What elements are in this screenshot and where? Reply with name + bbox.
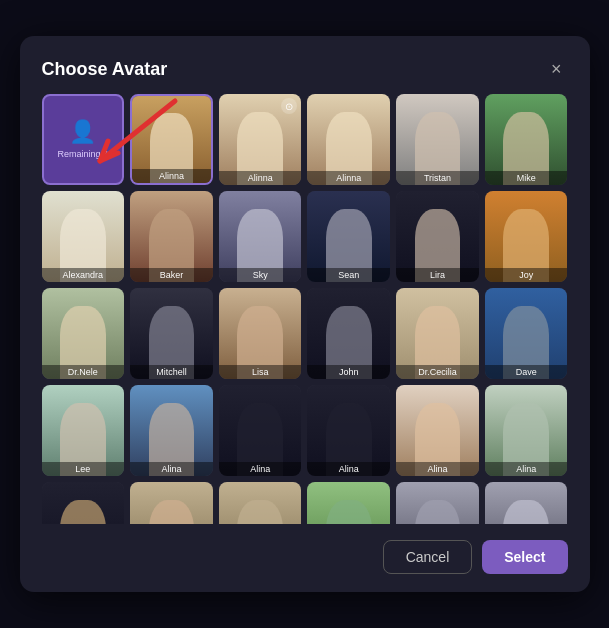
avatar-cell-drnele[interactable]: Dr.Nele xyxy=(42,288,125,379)
avatar-cell-mitchell[interactable]: Mitchell xyxy=(130,288,213,379)
avatar-cell-alina-4[interactable]: Alina xyxy=(396,385,479,476)
choose-avatar-modal: Choose Avatar × 👤 Remaining:3 AlinnaAlin… xyxy=(20,36,590,592)
avatar-label-john: John xyxy=(307,365,390,379)
avatar-cell-alina-3[interactable]: Alina xyxy=(307,385,390,476)
avatar-label-mitchell: Mitchell xyxy=(130,365,213,379)
avatar-label-alina-5: Alina xyxy=(485,462,568,476)
avatar-cell-alina-5[interactable]: Alina xyxy=(485,385,568,476)
avatar-label-baker: Baker xyxy=(130,268,213,282)
modal-title: Choose Avatar xyxy=(42,59,168,80)
select-button[interactable]: Select xyxy=(482,540,567,574)
avatar-label-tristan: Tristan xyxy=(396,171,479,185)
avatar-cell-tristan[interactable]: Tristan xyxy=(396,94,479,185)
avatar-cell-sean-3[interactable]: Sean xyxy=(485,482,568,524)
avatar-label-alina-2: Alina xyxy=(219,462,302,476)
avatar-label-alina-4: Alina xyxy=(396,462,479,476)
remaining-cell[interactable]: 👤 Remaining:3 xyxy=(42,94,125,185)
modal-overlay: Choose Avatar × 👤 Remaining:3 AlinnaAlin… xyxy=(0,0,609,628)
avatar-label-drnele: Dr.Nele xyxy=(42,365,125,379)
avatar-cell-sean-2[interactable]: Sean xyxy=(396,482,479,524)
avatar-label-dave: Dave xyxy=(485,365,568,379)
avatar-cell-john[interactable]: John xyxy=(307,288,390,379)
remaining-icon: 👤 xyxy=(69,119,96,145)
avatar-cell-baker[interactable]: Baker xyxy=(130,191,213,282)
avatar-label-lisa: Lisa xyxy=(219,365,302,379)
avatar-label-alexandra: Alexandra xyxy=(42,268,125,282)
avatar-label-drcecilia: Dr.Cecilia xyxy=(396,365,479,379)
avatar-grid: 👤 Remaining:3 AlinnaAlinna⊙AlinnaTristan… xyxy=(42,94,568,524)
remaining-text: Remaining:3 xyxy=(58,149,109,159)
avatar-cell-mike[interactable]: Mike xyxy=(485,94,568,185)
modal-header: Choose Avatar × xyxy=(42,58,568,80)
avatar-cell-joy[interactable]: Joy xyxy=(485,191,568,282)
avatar-cell-lira[interactable]: Lira xyxy=(396,191,479,282)
avatar-cell-diogo-2[interactable]: Diogo xyxy=(130,482,213,524)
avatar-cell-alinna-2[interactable]: Alinna⊙ xyxy=(219,94,302,185)
avatar-cell-alexandra[interactable]: Alexandra xyxy=(42,191,125,282)
avatar-cell-lisa[interactable]: Lisa xyxy=(219,288,302,379)
avatar-label-alinna-2: Alinna xyxy=(219,171,302,185)
avatar-cell-alinna-1[interactable]: Alinna xyxy=(130,94,213,185)
avatar-label-mike: Mike xyxy=(485,171,568,185)
avatar-label-alina-3: Alina xyxy=(307,462,390,476)
avatar-cell-diogo-3[interactable]: Diogo xyxy=(219,482,302,524)
avatar-label-sean-1: Sean xyxy=(307,268,390,282)
modal-footer: Cancel Select xyxy=(42,540,568,574)
avatar-cell-lee[interactable]: Lee xyxy=(42,385,125,476)
avatar-cell-diogo-4[interactable]: Diogo xyxy=(307,482,390,524)
avatar-label-alina-1: Alina xyxy=(130,462,213,476)
avatar-cell-sky[interactable]: Sky xyxy=(219,191,302,282)
avatar-label-alinna-3: Alinna xyxy=(307,171,390,185)
avatar-cell-drcecilia[interactable]: Dr.Cecilia xyxy=(396,288,479,379)
avatar-label-alinna-1: Alinna xyxy=(132,169,211,183)
avatar-label-lee: Lee xyxy=(42,462,125,476)
close-button[interactable]: × xyxy=(545,58,568,80)
avatar-cell-alina-2[interactable]: Alina xyxy=(219,385,302,476)
avatar-label-joy: Joy xyxy=(485,268,568,282)
avatar-cell-diogo-1[interactable]: Diogo xyxy=(42,482,125,524)
avatar-cell-sean-1[interactable]: Sean xyxy=(307,191,390,282)
avatar-label-sky: Sky xyxy=(219,268,302,282)
cancel-button[interactable]: Cancel xyxy=(383,540,473,574)
avatar-label-lira: Lira xyxy=(396,268,479,282)
avatar-cell-alina-1[interactable]: Alina xyxy=(130,385,213,476)
avatar-cell-dave[interactable]: Dave xyxy=(485,288,568,379)
avatar-cell-alinna-3[interactable]: Alinna xyxy=(307,94,390,185)
